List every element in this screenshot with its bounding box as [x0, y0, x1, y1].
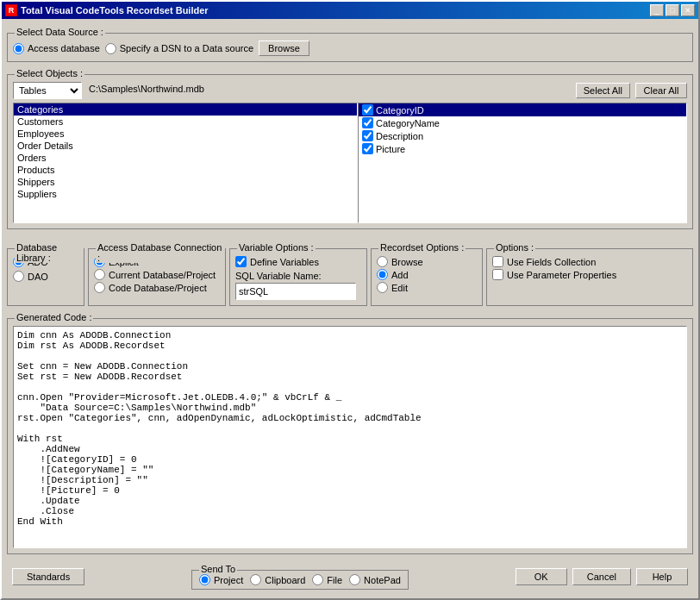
cancel-button[interactable]: Cancel — [572, 568, 631, 585]
field-checkbox[interactable] — [362, 104, 373, 116]
table-row[interactable]: Shippers — [14, 176, 357, 188]
field-name: CategoryName — [376, 118, 440, 128]
variable-options-group: Variable Options : Define Variables SQL … — [229, 248, 367, 306]
dao-radio[interactable] — [13, 271, 24, 282]
field-checkbox[interactable] — [362, 130, 373, 141]
field-checkbox[interactable] — [362, 143, 373, 154]
current-label: Current Database/Project — [109, 270, 216, 280]
close-button[interactable]: ✕ — [681, 4, 695, 16]
use-fields-checkbox[interactable] — [492, 256, 503, 267]
table-row[interactable]: Suppliers — [14, 188, 357, 200]
select-objects-label: Select Objects : — [15, 68, 84, 78]
access-connection-label: Access Database Connection : — [96, 242, 225, 263]
send-to-group: Send To Project Clipboard File NotePad — [191, 570, 409, 590]
define-variables-row[interactable]: Define Variables — [235, 256, 361, 267]
access-connection-group: Access Database Connection : Explicit Cu… — [88, 248, 226, 306]
bottom-panels: Database Library : ADO DAO Access Databa… — [7, 241, 693, 306]
db-library-label: Database Library : — [15, 242, 84, 263]
window-content: Select Data Source : Access database Spe… — [2, 19, 698, 598]
file-radio-row[interactable]: File — [312, 574, 342, 585]
use-fields-row[interactable]: Use Fields Collection — [492, 256, 687, 267]
variable-options-label: Variable Options : — [237, 242, 316, 253]
add-radio-row[interactable]: Add — [377, 269, 477, 280]
recordset-options-group: Recordset Options : Browse Add Edit — [371, 248, 483, 306]
define-variables-label: Define Variables — [250, 257, 319, 267]
help-button[interactable]: Help — [636, 568, 688, 585]
define-variables-checkbox[interactable] — [235, 256, 247, 267]
project-radio[interactable] — [199, 574, 210, 585]
edit-label: Edit — [391, 283, 408, 293]
code-radio[interactable] — [94, 282, 105, 293]
access-database-label: Access database — [28, 43, 100, 53]
table-row[interactable]: Customers — [14, 116, 357, 128]
table-row[interactable]: Orders — [14, 152, 357, 164]
add-radio[interactable] — [377, 269, 388, 280]
file-label: File — [327, 575, 342, 585]
notepad-radio-row[interactable]: NotePad — [349, 574, 401, 585]
field-row[interactable]: CategoryID — [359, 103, 686, 116]
notepad-label: NotePad — [364, 575, 401, 585]
path-field: C:\Samples\Northwind.mdb — [87, 82, 571, 99]
file-radio[interactable] — [312, 574, 323, 585]
browse-button[interactable]: Browse — [259, 41, 309, 56]
table-row[interactable]: Order Details — [14, 140, 357, 152]
code-label: Code Database/Project — [109, 283, 207, 293]
select-data-source-label: Select Data Source : — [15, 27, 105, 37]
use-parameter-row[interactable]: Use Parameter Properties — [492, 269, 687, 280]
browse-radio[interactable] — [377, 256, 388, 267]
ok-button[interactable]: OK — [516, 568, 567, 585]
clipboard-label: Clipboard — [265, 575, 305, 585]
maximize-button[interactable]: □ — [666, 4, 679, 16]
generated-code-group: Generated Code : Dim cnn As ADODB.Connec… — [7, 318, 693, 554]
code-radio-row[interactable]: Code Database/Project — [94, 282, 220, 293]
use-parameter-label: Use Parameter Properties — [507, 270, 616, 280]
select-all-button[interactable]: Select All — [576, 83, 630, 98]
add-label: Add — [391, 270, 409, 280]
options-group: Options : Use Fields Collection Use Para… — [486, 248, 693, 306]
clipboard-radio[interactable] — [250, 574, 261, 585]
dsn-radio[interactable] — [105, 43, 116, 54]
table-row[interactable]: Products — [14, 164, 357, 176]
current-radio-row[interactable]: Current Database/Project — [94, 269, 220, 280]
select-objects-group: Select Objects : Tables C:\Samples\North… — [7, 74, 693, 229]
minimize-button[interactable]: _ — [650, 4, 664, 16]
access-database-radio-row[interactable]: Access database — [13, 43, 100, 54]
field-checkbox[interactable] — [362, 117, 373, 128]
lists-row: CategoriesCustomersEmployeesOrder Detail… — [13, 103, 687, 223]
select-objects-row: Tables C:\Samples\Northwind.mdb Select A… — [13, 82, 687, 99]
browse-radio-row[interactable]: Browse — [377, 256, 477, 267]
dao-label: DAO — [28, 272, 48, 282]
window-title: Total Visual CodeTools Recordset Builder — [21, 5, 209, 16]
notepad-radio[interactable] — [349, 574, 360, 585]
current-radio[interactable] — [94, 269, 105, 280]
fields-list[interactable]: CategoryIDCategoryNameDescriptionPicture — [358, 103, 687, 223]
main-window: R Total Visual CodeTools Recordset Build… — [0, 0, 700, 600]
generated-code-label: Generated Code : — [15, 312, 93, 322]
access-database-radio[interactable] — [13, 43, 24, 54]
code-box[interactable]: Dim cnn As ADODB.Connection Dim rst As A… — [13, 326, 687, 548]
clear-all-button[interactable]: Clear All — [635, 83, 687, 98]
use-parameter-checkbox[interactable] — [492, 269, 503, 280]
title-buttons: _ □ ✕ — [650, 4, 695, 16]
field-row[interactable]: Description — [359, 129, 686, 142]
database-library-group: Database Library : ADO DAO — [7, 248, 84, 306]
data-source-row: Access database Specify a DSN to a Data … — [13, 41, 687, 56]
dsn-radio-row[interactable]: Specify a DSN to a Data source — [105, 43, 253, 54]
field-row[interactable]: Picture — [359, 142, 686, 155]
tables-dropdown[interactable]: Tables — [13, 82, 82, 99]
field-name: CategoryID — [376, 105, 424, 116]
footer: Standards Send To Project Clipboard File — [7, 559, 693, 593]
sql-variable-input[interactable] — [235, 283, 356, 300]
standards-button[interactable]: Standards — [12, 568, 84, 585]
tables-list[interactable]: CategoriesCustomersEmployeesOrder Detail… — [13, 103, 358, 223]
dsn-label: Specify a DSN to a Data source — [120, 43, 253, 53]
table-row[interactable]: Employees — [14, 128, 357, 140]
dao-radio-row[interactable]: DAO — [13, 271, 78, 282]
project-radio-row[interactable]: Project — [199, 574, 243, 585]
field-row[interactable]: CategoryName — [359, 116, 686, 129]
clipboard-radio-row[interactable]: Clipboard — [250, 574, 305, 585]
edit-radio-row[interactable]: Edit — [377, 282, 477, 293]
title-bar-left: R Total Visual CodeTools Recordset Build… — [5, 4, 209, 16]
table-row[interactable]: Categories — [14, 103, 357, 116]
edit-radio[interactable] — [377, 282, 388, 293]
